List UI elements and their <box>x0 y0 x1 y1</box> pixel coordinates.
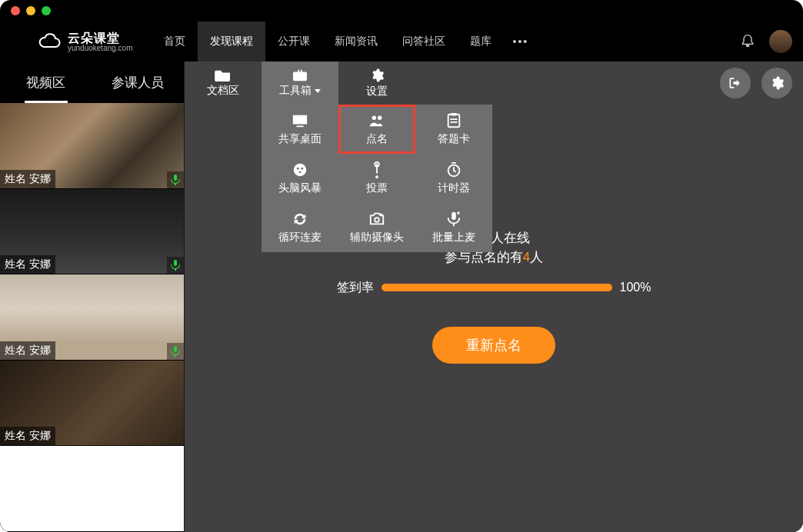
signin-rate-row: 签到率 100% <box>337 280 651 296</box>
tool-roll-call[interactable]: 点名 <box>338 105 415 154</box>
sidebar-tabs: 视频区 参课人员 <box>0 62 184 103</box>
tool-label: 批量上麦 <box>432 231 475 244</box>
settings-button[interactable] <box>761 68 792 98</box>
top-nav: 云朵课堂 yunduoketang.com 首页 发现课程 公开课 新闻资讯 问… <box>0 22 803 62</box>
app-window: 云朵课堂 yunduoketang.com 首页 发现课程 公开课 新闻资讯 问… <box>0 0 803 532</box>
participant-name: 姓名 安娜 <box>0 341 55 360</box>
participant-name: 姓名 安娜 <box>0 170 55 188</box>
tool-label: 点名 <box>366 132 388 146</box>
tool-label: 计时器 <box>438 181 470 195</box>
tool-batch-mic[interactable]: 批量上麦 <box>415 203 492 252</box>
toolbox-panel: 共享桌面 点名 答题卡 头脑风暴 投票 <box>262 105 492 252</box>
briefcase-icon <box>292 68 308 82</box>
content-area: 文档区 工具箱 设置 <box>185 62 803 532</box>
exit-icon <box>728 75 743 91</box>
nav-question-bank[interactable]: 题库 <box>458 22 504 62</box>
tab-settings-label: 设置 <box>366 85 388 98</box>
nav-open-class[interactable]: 公开课 <box>265 22 322 62</box>
camera-icon <box>368 211 385 228</box>
gear-icon <box>769 75 785 91</box>
titlebar <box>0 0 803 22</box>
logo[interactable]: 云朵课堂 yunduoketang.com <box>38 31 133 52</box>
video-tile[interactable]: 姓名 安娜 <box>0 274 184 361</box>
content-toolbar: 文档区 工具箱 设置 <box>185 62 803 105</box>
tab-toolbox[interactable]: 工具箱 <box>262 62 338 105</box>
tab-toolbox-label: 工具箱 <box>279 84 312 98</box>
bell-icon[interactable] <box>740 34 755 49</box>
answer-card-icon <box>445 112 462 129</box>
batch-mic-icon <box>445 211 462 228</box>
tool-loop-mic[interactable]: 循环连麦 <box>262 203 338 252</box>
tool-label: 投票 <box>366 181 388 195</box>
signin-progress-fill <box>382 284 612 291</box>
svg-point-4 <box>294 164 307 177</box>
tool-share-screen[interactable]: 共享桌面 <box>262 105 338 154</box>
tab-documents-label: 文档区 <box>207 84 239 98</box>
brainstorm-icon <box>292 161 308 178</box>
tool-label: 头脑风暴 <box>278 181 322 195</box>
sidebar: 视频区 参课人员 姓名 安娜 姓名 安娜 姓名 安娜 <box>0 62 185 532</box>
minimize-window-icon[interactable] <box>26 6 35 15</box>
video-tile[interactable]: 姓名 安娜 <box>0 189 184 275</box>
video-tile[interactable] <box>0 446 184 532</box>
roll-call-icon <box>368 112 385 129</box>
restart-rollcall-button[interactable]: 重新点名 <box>432 327 555 364</box>
nav-items: 首页 发现课程 公开课 新闻资讯 问答社区 题库 ••• <box>152 22 538 62</box>
tool-label: 辅助摄像头 <box>350 231 404 244</box>
tool-answer-card[interactable]: 答题卡 <box>415 105 492 154</box>
svg-rect-3 <box>451 113 456 116</box>
nav-news[interactable]: 新闻资讯 <box>322 22 390 62</box>
avatar[interactable] <box>769 30 792 53</box>
svg-point-10 <box>375 218 379 222</box>
vote-icon <box>368 161 385 178</box>
timer-icon <box>445 161 462 178</box>
svg-point-0 <box>372 116 377 121</box>
exit-button[interactable] <box>720 68 751 98</box>
video-list: 姓名 安娜 姓名 安娜 姓名 安娜 姓名 安娜 <box>0 103 184 532</box>
share-screen-icon <box>292 112 308 129</box>
nav-home[interactable]: 首页 <box>152 22 198 62</box>
tool-label: 答题卡 <box>438 132 470 146</box>
tool-label: 循环连麦 <box>278 231 322 244</box>
mic-icon[interactable] <box>167 171 184 188</box>
tool-aux-camera[interactable]: 辅助摄像头 <box>338 203 415 252</box>
participant-name: 姓名 安娜 <box>0 427 55 445</box>
attend-count: 4 <box>523 250 530 264</box>
loop-mic-icon <box>292 211 308 228</box>
folder-icon <box>215 68 232 82</box>
nav-discover[interactable]: 发现课程 <box>198 22 265 62</box>
tool-brainstorm[interactable]: 头脑风暴 <box>262 154 338 203</box>
logo-subtext: yunduoketang.com <box>68 44 133 52</box>
sidebar-tab-video[interactable]: 视频区 <box>0 62 92 103</box>
nav-more-icon[interactable]: ••• <box>504 22 538 62</box>
sidebar-tab-attendees[interactable]: 参课人员 <box>92 62 185 103</box>
signin-rate-label: 签到率 <box>337 280 374 296</box>
svg-point-5 <box>297 168 299 170</box>
chevron-down-icon <box>315 89 321 93</box>
close-window-icon[interactable] <box>11 6 20 15</box>
mic-icon[interactable] <box>167 257 184 274</box>
tool-label: 共享桌面 <box>278 132 322 146</box>
signin-rate-value: 100% <box>620 281 651 294</box>
signin-progress <box>382 284 612 291</box>
svg-point-1 <box>378 116 382 121</box>
maximize-window-icon[interactable] <box>42 6 51 15</box>
svg-rect-2 <box>448 115 460 128</box>
gear-icon <box>369 68 385 83</box>
svg-point-7 <box>299 171 302 173</box>
tab-documents[interactable]: 文档区 <box>185 62 262 105</box>
nav-qa[interactable]: 问答社区 <box>390 22 458 62</box>
main: 视频区 参课人员 姓名 安娜 姓名 安娜 姓名 安娜 <box>0 62 803 532</box>
mic-icon[interactable] <box>167 343 184 360</box>
participant-name: 姓名 安娜 <box>0 255 55 274</box>
svg-point-6 <box>301 168 303 170</box>
tool-vote[interactable]: 投票 <box>338 154 415 203</box>
tab-settings[interactable]: 设置 <box>338 62 415 105</box>
tool-timer[interactable]: 计时器 <box>415 154 492 203</box>
cloud-logo-icon <box>38 33 62 50</box>
video-tile[interactable]: 姓名 安娜 <box>0 361 184 447</box>
video-tile[interactable]: 姓名 安娜 <box>0 103 184 189</box>
